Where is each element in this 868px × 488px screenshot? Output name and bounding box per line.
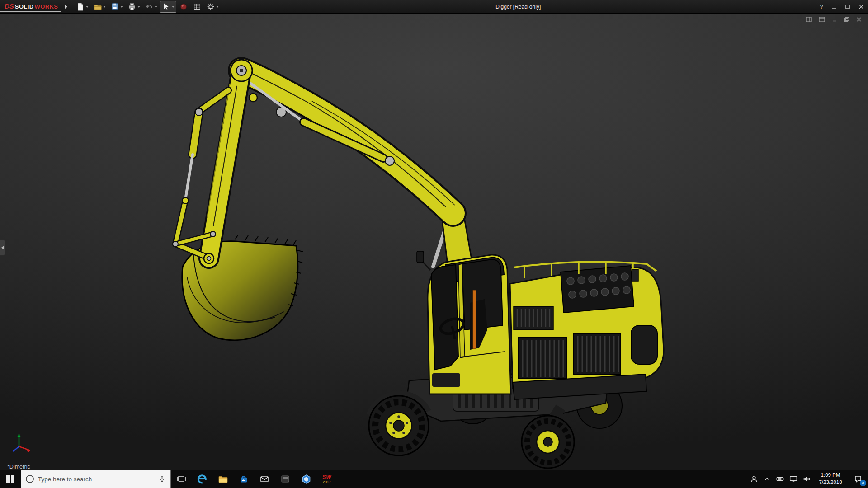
clock-date: 7/23/2018 bbox=[813, 479, 848, 486]
close-icon bbox=[859, 4, 864, 9]
quick-toolbar bbox=[74, 1, 221, 13]
panel-collapse-tab[interactable] bbox=[0, 239, 5, 256]
mail-envelope-icon bbox=[259, 474, 270, 484]
print-icon bbox=[127, 2, 137, 11]
document-window-controls bbox=[806, 17, 862, 22]
dropdown-caret-icon bbox=[120, 6, 123, 8]
edge-browser-button[interactable] bbox=[192, 470, 212, 488]
engine-housing bbox=[510, 261, 664, 399]
generic-app-button[interactable] bbox=[275, 470, 296, 488]
notification-badge: 3 bbox=[860, 480, 866, 486]
solidworks-window: DS SOLID WORKS bbox=[0, 0, 868, 488]
select-tool-button[interactable] bbox=[160, 1, 176, 13]
maximize-button[interactable] bbox=[841, 0, 854, 13]
people-icon bbox=[749, 474, 759, 484]
settings-button[interactable] bbox=[204, 1, 221, 13]
microphone-icon bbox=[158, 474, 166, 483]
minimize-button[interactable] bbox=[827, 0, 841, 13]
network-icon bbox=[788, 474, 798, 484]
dropdown-caret-icon bbox=[103, 6, 106, 8]
open-button[interactable] bbox=[91, 1, 108, 13]
start-button[interactable] bbox=[0, 470, 21, 488]
action-center-button[interactable]: 3 bbox=[848, 470, 868, 488]
solidworks-2017-icon: SW 2017 bbox=[322, 474, 331, 484]
doc-close-button[interactable] bbox=[856, 17, 862, 22]
search-input[interactable] bbox=[38, 476, 154, 483]
dropdown-caret-icon bbox=[155, 6, 157, 8]
rear-wheel bbox=[522, 416, 574, 468]
solidworks-app-button[interactable]: SW 2017 bbox=[316, 470, 337, 488]
windows-logo-icon bbox=[6, 475, 14, 483]
view-orientation-label: *Dimetric bbox=[7, 464, 30, 470]
hexagon-app-icon bbox=[301, 474, 312, 485]
solidworks-logo: DS SOLID WORKS bbox=[0, 1, 61, 12]
dropdown-caret-icon bbox=[137, 6, 140, 8]
flyout-arrow-icon bbox=[65, 5, 67, 9]
close-icon bbox=[856, 17, 862, 22]
maximize-icon bbox=[845, 4, 850, 9]
window-controls: ? bbox=[816, 0, 868, 13]
people-button[interactable] bbox=[747, 470, 760, 488]
pane-toggle-button[interactable] bbox=[806, 17, 812, 22]
menu-flyout-button[interactable] bbox=[62, 2, 70, 12]
new-document-button[interactable] bbox=[74, 1, 90, 13]
folder-icon bbox=[217, 474, 229, 485]
network-button[interactable] bbox=[787, 470, 800, 488]
task-view-button[interactable] bbox=[171, 470, 192, 488]
cortana-icon bbox=[26, 475, 34, 483]
dropdown-caret-icon bbox=[172, 6, 175, 8]
close-button[interactable] bbox=[854, 0, 868, 13]
minimize-icon bbox=[831, 4, 837, 9]
orientation-triad bbox=[13, 434, 30, 453]
dropdown-caret-icon bbox=[86, 6, 89, 8]
hexagon-app-button[interactable] bbox=[296, 470, 316, 488]
print-button[interactable] bbox=[126, 1, 142, 13]
doc-restore-button[interactable] bbox=[844, 17, 849, 22]
ds-logo: DS bbox=[5, 2, 14, 10]
taskbar-clock[interactable]: 1:09 PM 7/23/2018 bbox=[813, 472, 848, 486]
appearance-button[interactable] bbox=[177, 1, 190, 13]
edge-icon bbox=[196, 473, 208, 485]
graphics-viewport[interactable]: *Dimetric bbox=[0, 14, 868, 470]
select-cursor-icon bbox=[162, 2, 171, 11]
pane-icon bbox=[806, 17, 812, 22]
dropdown-caret-icon bbox=[216, 6, 219, 8]
windows-taskbar: SW 2017 bbox=[0, 470, 868, 488]
mail-button[interactable] bbox=[254, 470, 275, 488]
generic-app-icon bbox=[280, 474, 291, 484]
brand-solid: SOLID bbox=[15, 3, 34, 10]
pane-toggle-2-button[interactable] bbox=[819, 17, 825, 22]
task-view-icon bbox=[176, 474, 187, 484]
restore-icon bbox=[844, 17, 849, 22]
save-floppy-icon bbox=[110, 2, 119, 11]
save-button[interactable] bbox=[108, 1, 125, 13]
volume-button[interactable] bbox=[800, 470, 813, 488]
new-document-icon bbox=[76, 2, 85, 11]
titlebar: DS SOLID WORKS bbox=[0, 0, 868, 14]
system-tray: 1:09 PM 7/23/2018 3 bbox=[747, 470, 868, 488]
display-grid-icon bbox=[193, 2, 202, 11]
help-button[interactable]: ? bbox=[816, 3, 827, 10]
clock-time: 1:09 PM bbox=[813, 472, 848, 479]
battery-icon bbox=[775, 474, 785, 484]
store-button[interactable] bbox=[233, 470, 254, 488]
volume-muted-icon bbox=[802, 474, 811, 484]
display-options-button[interactable] bbox=[191, 1, 203, 13]
doc-minimize-button[interactable] bbox=[832, 17, 837, 22]
taskbar-search[interactable] bbox=[21, 470, 171, 488]
hidden-icons-button[interactable] bbox=[760, 470, 774, 488]
minimize-icon bbox=[832, 17, 837, 22]
battery-button[interactable] bbox=[774, 470, 787, 488]
front-wheel bbox=[369, 393, 429, 455]
open-folder-icon bbox=[93, 2, 102, 11]
document-title: Digger [Read-only] bbox=[221, 4, 816, 10]
file-explorer-button[interactable] bbox=[212, 470, 233, 488]
cab bbox=[417, 251, 511, 394]
brand-works: WORKS bbox=[35, 3, 58, 10]
chevron-left-icon bbox=[1, 246, 4, 249]
gear-icon bbox=[206, 2, 215, 11]
store-bag-icon bbox=[238, 474, 249, 484]
chevron-up-icon bbox=[763, 474, 772, 483]
undo-button[interactable] bbox=[143, 1, 159, 13]
excavator-model[interactable] bbox=[0, 14, 868, 470]
